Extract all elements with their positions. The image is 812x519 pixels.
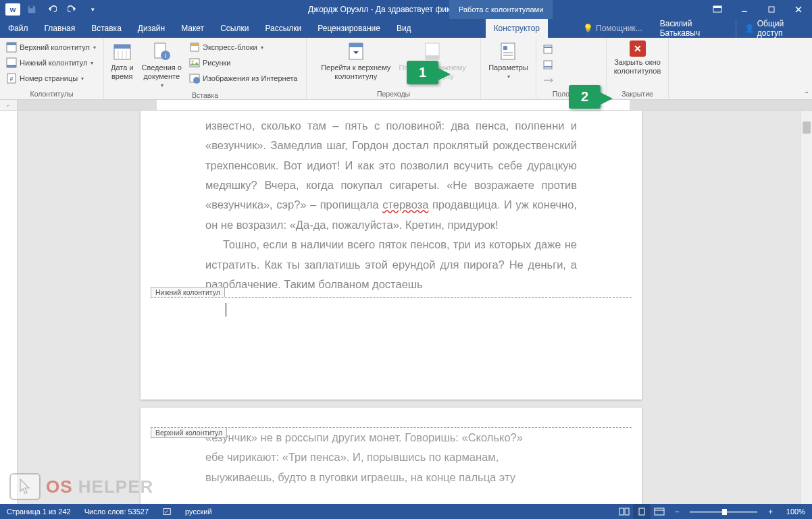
header-bottom-button[interactable]: Нижний колонтитул▾ — [4, 55, 98, 70]
page[interactable]: известно, сколько там – пять с половиной… — [141, 111, 642, 400]
svg-rect-6 — [7, 43, 16, 45]
cursor-arrow-icon — [9, 473, 41, 500]
scrollbar-vertical[interactable] — [801, 111, 812, 504]
view-web-icon[interactable] — [651, 504, 668, 519]
share-button[interactable]: 👤 Общий доступ — [736, 19, 812, 38]
lightbulb-icon: 💡 — [583, 24, 593, 33]
svg-rect-29 — [501, 43, 515, 59]
group-options-label — [484, 97, 533, 99]
position-tab-field[interactable] — [540, 73, 555, 88]
svg-rect-28 — [426, 55, 439, 59]
group-insert-label: Вставка — [107, 90, 303, 101]
go-header-button[interactable]: Перейти к верхнему колонтитулу — [317, 39, 395, 82]
tell-me[interactable]: 💡 Помощник... — [575, 24, 651, 33]
header-zone[interactable]: Верхний колонтитул — [151, 408, 632, 428]
page-number-button[interactable]: #Номер страницы▾ — [4, 71, 98, 86]
position-bottom-field[interactable] — [540, 57, 555, 72]
qat-customize-icon[interactable]: ▾ — [84, 1, 101, 18]
callout-1: 1 — [407, 61, 438, 84]
date-time-button[interactable]: Дата и время — [107, 39, 138, 82]
tab-layout[interactable]: Макет — [173, 19, 212, 38]
context-tab-label: Работа с колонтитулами — [449, 0, 553, 19]
header-top-button[interactable]: Верхний колонтитул▾ — [4, 40, 98, 55]
svg-rect-0 — [30, 6, 33, 9]
word-app-icon: w — [5, 3, 20, 16]
footer-tag: Нижний колонтитул — [151, 287, 225, 297]
ruler-vertical[interactable] — [0, 111, 18, 504]
ribbon-tabs: Файл Главная Вставка Дизайн Макет Ссылки… — [0, 19, 812, 38]
quick-parts-button[interactable]: Экспресс-блоки▾ — [187, 40, 299, 55]
watermark: OS HELPER — [9, 473, 153, 500]
svg-rect-12 — [114, 45, 130, 49]
group-headers-label: Колонтитулы — [3, 89, 101, 99]
user-name[interactable]: Василий Батькавыч — [651, 19, 736, 38]
tab-review[interactable]: Рецензирование — [309, 19, 388, 38]
zoom-out-icon[interactable]: − — [668, 508, 686, 516]
zoom-slider[interactable] — [690, 511, 757, 513]
scroll-thumb[interactable] — [803, 121, 811, 134]
svg-rect-30 — [503, 46, 507, 50]
svg-text:#: # — [9, 76, 13, 82]
svg-rect-38 — [619, 508, 624, 515]
svg-rect-20 — [191, 43, 199, 46]
tab-view[interactable]: Вид — [388, 19, 420, 38]
document-area: известно, сколько там – пять с половиной… — [0, 111, 812, 504]
options-button[interactable]: Параметры▾ — [484, 39, 532, 82]
zoom-level[interactable]: 100% — [780, 508, 812, 516]
svg-rect-21 — [190, 59, 199, 67]
text-cursor — [226, 303, 226, 317]
body-text: известно, сколько там – пять с половиной… — [141, 111, 642, 297]
pictures-button[interactable]: Рисунки — [187, 55, 299, 70]
tab-design[interactable]: Дизайн — [130, 19, 173, 38]
minimize-icon[interactable] — [731, 0, 758, 19]
save-icon[interactable] — [23, 1, 41, 18]
ruler-horizontal[interactable]: ⌐ — [0, 100, 812, 111]
tab-insert[interactable]: Вставка — [83, 19, 130, 38]
doc-info-button[interactable]: iСведения о документе▾ — [138, 39, 186, 90]
tab-mailings[interactable]: Рассылки — [257, 19, 309, 38]
status-page[interactable]: Страница 1 из 242 — [0, 508, 78, 516]
undo-icon[interactable] — [43, 1, 61, 18]
close-header-footer-button[interactable]: ✕ Закрыть окно колонтитулов — [610, 39, 665, 77]
spelling-error: стервоза — [382, 198, 428, 211]
svg-point-24 — [193, 77, 200, 84]
svg-rect-41 — [655, 508, 664, 515]
redo-icon[interactable] — [64, 1, 81, 18]
title-bar: w ▾ Джордж Оруэлл - Да здравствует фикус… — [0, 0, 812, 19]
zoom-in-icon[interactable]: + — [761, 508, 779, 516]
svg-rect-2 — [713, 6, 721, 8]
position-top-field[interactable] — [540, 42, 555, 57]
group-close-label: Закрытие — [609, 89, 665, 99]
svg-rect-40 — [639, 508, 644, 515]
footer-zone[interactable]: Нижний колонтитул — [151, 297, 632, 348]
status-word-count[interactable]: Число слов: 53527 — [78, 508, 155, 516]
collapse-ribbon-icon[interactable]: ⌃ — [804, 90, 809, 98]
close-x-icon: ✕ — [630, 40, 646, 57]
svg-rect-35 — [544, 61, 552, 69]
svg-point-22 — [192, 61, 194, 63]
svg-rect-4 — [769, 7, 774, 12]
tab-references[interactable]: Ссылки — [212, 19, 257, 38]
tab-selector[interactable]: ⌐ — [0, 100, 18, 110]
view-print-icon[interactable] — [633, 504, 651, 519]
tab-file[interactable]: Файл — [0, 19, 36, 38]
header-tag: Верхний колонтитул — [151, 428, 227, 438]
share-icon: 👤 — [744, 24, 755, 33]
tab-home[interactable]: Главная — [36, 19, 84, 38]
status-language[interactable]: русский — [178, 508, 218, 516]
page[interactable]: Верхний колонтитул «езунчик» не в россып… — [141, 408, 642, 504]
status-proofing-icon[interactable] — [155, 507, 178, 516]
svg-rect-39 — [625, 508, 629, 515]
ribbon: 1 2 Верхний колонтитул▾ Нижний колонтиту… — [0, 38, 812, 100]
ribbon-display-icon[interactable] — [704, 0, 731, 19]
callout-2: 2 — [569, 85, 601, 109]
online-pictures-button[interactable]: Изображения из Интернета — [187, 71, 299, 86]
svg-rect-33 — [544, 45, 552, 53]
status-bar: Страница 1 из 242 Число слов: 53527 русс… — [0, 504, 812, 519]
view-read-icon[interactable] — [615, 504, 633, 519]
group-nav-label: Переходы — [309, 89, 478, 99]
maximize-icon[interactable] — [758, 0, 785, 19]
tab-constructor[interactable]: Конструктор — [486, 19, 548, 38]
svg-text:i: i — [165, 52, 166, 59]
close-icon[interactable] — [785, 0, 812, 19]
